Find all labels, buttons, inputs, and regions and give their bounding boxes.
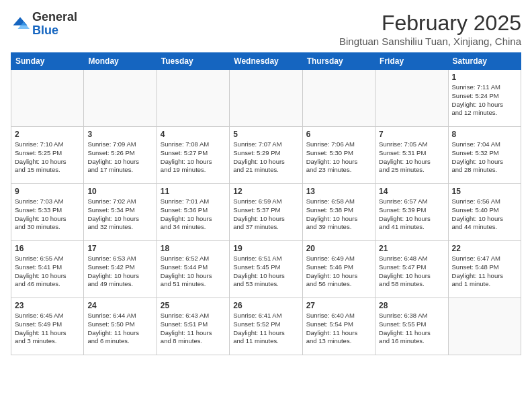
day-number: 8 — [452, 130, 517, 139]
day-info: Sunrise: 6:49 AM Sunset: 5:46 PM Dayligh… — [306, 255, 371, 289]
day-info: Sunrise: 6:55 AM Sunset: 5:41 PM Dayligh… — [15, 255, 80, 289]
calendar-cell — [157, 70, 229, 127]
day-info: Sunrise: 6:56 AM Sunset: 5:40 PM Dayligh… — [452, 197, 517, 232]
day-number: 13 — [306, 187, 371, 196]
day-info: Sunrise: 7:07 AM Sunset: 5:29 PM Dayligh… — [233, 140, 298, 175]
calendar-cell — [84, 70, 157, 127]
logo-general: General — [32, 10, 77, 24]
calendar-cell: 20Sunrise: 6:49 AM Sunset: 5:46 PM Dayli… — [302, 241, 375, 298]
logo-text: General Blue — [32, 11, 77, 38]
day-info: Sunrise: 6:43 AM Sunset: 5:51 PM Dayligh… — [161, 312, 226, 346]
day-number: 20 — [306, 244, 371, 253]
day-info: Sunrise: 7:02 AM Sunset: 5:34 PM Dayligh… — [87, 197, 152, 232]
day-number: 19 — [233, 244, 298, 253]
week-row-3: 9Sunrise: 7:03 AM Sunset: 5:33 PM Daylig… — [11, 184, 521, 241]
calendar-cell: 1Sunrise: 7:11 AM Sunset: 5:24 PM Daylig… — [448, 70, 521, 127]
day-number: 28 — [379, 301, 444, 310]
day-info: Sunrise: 7:10 AM Sunset: 5:25 PM Dayligh… — [15, 140, 80, 175]
day-info: Sunrise: 6:57 AM Sunset: 5:39 PM Dayligh… — [379, 197, 444, 232]
calendar-cell: 12Sunrise: 6:59 AM Sunset: 5:37 PM Dayli… — [230, 184, 302, 241]
day-info: Sunrise: 6:59 AM Sunset: 5:37 PM Dayligh… — [233, 197, 298, 232]
calendar-cell — [230, 70, 302, 127]
calendar-cell: 8Sunrise: 7:04 AM Sunset: 5:32 PM Daylig… — [448, 127, 521, 184]
day-number: 1 — [452, 73, 517, 82]
logo-blue: Blue — [32, 24, 58, 37]
calendar-cell: 21Sunrise: 6:48 AM Sunset: 5:47 PM Dayli… — [375, 241, 448, 298]
title-section: February 2025 Bingtuan Sanshiliu Tuan, X… — [339, 11, 521, 47]
calendar-cell: 19Sunrise: 6:51 AM Sunset: 5:45 PM Dayli… — [230, 241, 302, 298]
calendar-cell: 23Sunrise: 6:45 AM Sunset: 5:49 PM Dayli… — [11, 298, 84, 355]
day-number: 24 — [87, 301, 152, 310]
day-number: 6 — [306, 130, 371, 139]
calendar-cell: 17Sunrise: 6:53 AM Sunset: 5:42 PM Dayli… — [84, 241, 157, 298]
day-info: Sunrise: 7:05 AM Sunset: 5:31 PM Dayligh… — [379, 140, 444, 175]
calendar-cell: 3Sunrise: 7:09 AM Sunset: 5:26 PM Daylig… — [84, 127, 157, 184]
calendar-cell: 26Sunrise: 6:41 AM Sunset: 5:52 PM Dayli… — [230, 298, 302, 355]
day-number: 22 — [452, 244, 517, 253]
calendar-cell: 22Sunrise: 6:47 AM Sunset: 5:48 PM Dayli… — [448, 241, 521, 298]
calendar-cell — [448, 298, 521, 355]
day-number: 14 — [379, 187, 444, 196]
calendar-cell — [375, 70, 448, 127]
day-info: Sunrise: 6:45 AM Sunset: 5:49 PM Dayligh… — [15, 312, 80, 346]
calendar-cell — [302, 70, 375, 127]
day-number: 11 — [161, 187, 226, 196]
day-number: 17 — [87, 244, 152, 253]
calendar-cell: 2Sunrise: 7:10 AM Sunset: 5:25 PM Daylig… — [11, 127, 84, 184]
logo-icon — [11, 15, 30, 34]
calendar-cell: 18Sunrise: 6:52 AM Sunset: 5:44 PM Dayli… — [157, 241, 229, 298]
calendar-cell: 4Sunrise: 7:08 AM Sunset: 5:27 PM Daylig… — [157, 127, 229, 184]
day-number: 10 — [87, 187, 152, 196]
day-info: Sunrise: 6:58 AM Sunset: 5:38 PM Dayligh… — [306, 197, 371, 232]
day-number: 21 — [379, 244, 444, 253]
day-number: 9 — [15, 187, 80, 196]
weekday-header-friday: Friday — [375, 53, 448, 70]
day-info: Sunrise: 6:44 AM Sunset: 5:50 PM Dayligh… — [87, 312, 152, 346]
day-number: 4 — [161, 130, 226, 139]
calendar-cell: 28Sunrise: 6:38 AM Sunset: 5:55 PM Dayli… — [375, 298, 448, 355]
calendar-cell: 6Sunrise: 7:06 AM Sunset: 5:30 PM Daylig… — [302, 127, 375, 184]
day-info: Sunrise: 7:09 AM Sunset: 5:26 PM Dayligh… — [87, 140, 152, 175]
day-number: 7 — [379, 130, 444, 139]
week-row-5: 23Sunrise: 6:45 AM Sunset: 5:49 PM Dayli… — [11, 298, 521, 355]
weekday-header-wednesday: Wednesday — [230, 53, 302, 70]
calendar-cell: 13Sunrise: 6:58 AM Sunset: 5:38 PM Dayli… — [302, 184, 375, 241]
day-info: Sunrise: 7:04 AM Sunset: 5:32 PM Dayligh… — [452, 140, 517, 175]
day-number: 18 — [161, 244, 226, 253]
page-header: General Blue February 2025 Bingtuan Sans… — [11, 11, 521, 47]
weekday-header-saturday: Saturday — [448, 53, 521, 70]
day-number: 26 — [233, 301, 298, 310]
day-number: 5 — [233, 130, 298, 139]
calendar-cell: 25Sunrise: 6:43 AM Sunset: 5:51 PM Dayli… — [157, 298, 229, 355]
calendar-table: SundayMondayTuesdayWednesdayThursdayFrid… — [11, 52, 521, 355]
location-subtitle: Bingtuan Sanshiliu Tuan, Xinjiang, China — [339, 36, 521, 47]
day-info: Sunrise: 6:51 AM Sunset: 5:45 PM Dayligh… — [233, 255, 298, 289]
day-info: Sunrise: 7:03 AM Sunset: 5:33 PM Dayligh… — [15, 197, 80, 232]
day-info: Sunrise: 6:52 AM Sunset: 5:44 PM Dayligh… — [161, 255, 226, 289]
weekday-header-sunday: Sunday — [11, 53, 84, 70]
weekday-header-row: SundayMondayTuesdayWednesdayThursdayFrid… — [11, 53, 521, 70]
week-row-2: 2Sunrise: 7:10 AM Sunset: 5:25 PM Daylig… — [11, 127, 521, 184]
day-info: Sunrise: 6:53 AM Sunset: 5:42 PM Dayligh… — [87, 255, 152, 289]
weekday-header-monday: Monday — [84, 53, 157, 70]
day-number: 15 — [452, 187, 517, 196]
day-number: 23 — [15, 301, 80, 310]
calendar-cell: 24Sunrise: 6:44 AM Sunset: 5:50 PM Dayli… — [84, 298, 157, 355]
weekday-header-tuesday: Tuesday — [157, 53, 229, 70]
calendar-cell: 27Sunrise: 6:40 AM Sunset: 5:54 PM Dayli… — [302, 298, 375, 355]
calendar-cell: 9Sunrise: 7:03 AM Sunset: 5:33 PM Daylig… — [11, 184, 84, 241]
day-number: 12 — [233, 187, 298, 196]
month-title: February 2025 — [339, 11, 521, 36]
week-row-1: 1Sunrise: 7:11 AM Sunset: 5:24 PM Daylig… — [11, 70, 521, 127]
calendar-cell: 11Sunrise: 7:01 AM Sunset: 5:36 PM Dayli… — [157, 184, 229, 241]
calendar-cell: 10Sunrise: 7:02 AM Sunset: 5:34 PM Dayli… — [84, 184, 157, 241]
logo: General Blue — [11, 11, 77, 38]
day-info: Sunrise: 7:06 AM Sunset: 5:30 PM Dayligh… — [306, 140, 371, 175]
calendar-cell: 16Sunrise: 6:55 AM Sunset: 5:41 PM Dayli… — [11, 241, 84, 298]
calendar-cell: 5Sunrise: 7:07 AM Sunset: 5:29 PM Daylig… — [230, 127, 302, 184]
calendar-cell: 15Sunrise: 6:56 AM Sunset: 5:40 PM Dayli… — [448, 184, 521, 241]
day-info: Sunrise: 7:11 AM Sunset: 5:24 PM Dayligh… — [452, 83, 517, 118]
weekday-header-thursday: Thursday — [302, 53, 375, 70]
day-info: Sunrise: 6:38 AM Sunset: 5:55 PM Dayligh… — [379, 312, 444, 346]
day-info: Sunrise: 6:47 AM Sunset: 5:48 PM Dayligh… — [452, 255, 517, 289]
